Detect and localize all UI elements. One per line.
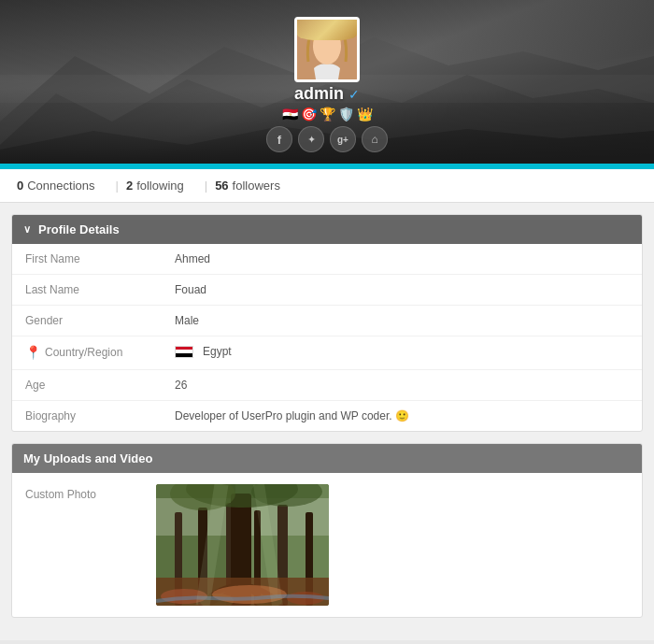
forest-photo-svg bbox=[156, 484, 329, 606]
google-plus-icon: g+ bbox=[337, 135, 348, 145]
svg-point-7 bbox=[314, 35, 340, 64]
last-name-value: Fouad bbox=[162, 275, 642, 306]
connections-label: Connections bbox=[27, 179, 94, 193]
profile-section-header[interactable]: ∨ Profile Details bbox=[12, 215, 642, 244]
facebook-icon: f bbox=[277, 133, 281, 147]
location-pin-icon: 📍 bbox=[25, 345, 41, 360]
following-label: following bbox=[136, 179, 184, 193]
username: admin bbox=[294, 84, 344, 104]
badge-shield: 🛡️ bbox=[338, 107, 354, 122]
table-row: Age 26 bbox=[12, 369, 642, 400]
biography-value: Developer of UserPro plugin and WP coder… bbox=[162, 400, 642, 431]
verified-icon: ✓ bbox=[348, 87, 360, 102]
following-stat[interactable]: 2 following bbox=[126, 179, 197, 193]
country-label: 📍 Country/Region bbox=[12, 336, 162, 368]
avatar-image bbox=[297, 20, 357, 79]
google-plus-button[interactable]: g+ bbox=[330, 126, 356, 152]
table-row: Biography Developer of UserPro plugin an… bbox=[12, 400, 642, 431]
followers-stat[interactable]: 56 followers bbox=[215, 179, 293, 193]
table-row: 📍 Country/Region Egypt bbox=[12, 336, 642, 370]
table-row: Gender Male bbox=[12, 306, 642, 336]
followers-count: 56 bbox=[215, 179, 228, 193]
badge-target: 🎯 bbox=[301, 107, 317, 122]
uploads-section-title: My Uploads and Video bbox=[23, 451, 152, 465]
age-label: Age bbox=[12, 369, 162, 400]
facebook-button[interactable]: f bbox=[266, 126, 292, 152]
main-content: ∨ Profile Details First Name Ahmed Last … bbox=[0, 203, 654, 640]
table-row: First Name Ahmed bbox=[12, 244, 642, 275]
stats-bar: 0 Connections | 2 following | 56 followe… bbox=[0, 169, 654, 203]
uploads-section-header[interactable]: My Uploads and Video bbox=[12, 444, 642, 473]
svg-point-6 bbox=[310, 21, 344, 48]
badges-row: 🇪🇬 🎯 🏆 🛡️ 👑 bbox=[282, 107, 373, 122]
badge-flag: 🇪🇬 bbox=[282, 107, 298, 122]
egypt-flag bbox=[175, 346, 193, 358]
svg-point-8 bbox=[320, 45, 324, 49]
custom-photo-label: Custom Photo bbox=[25, 484, 137, 501]
first-name-value: Ahmed bbox=[162, 244, 642, 275]
stat-divider-1: | bbox=[108, 179, 126, 193]
followers-label: followers bbox=[233, 179, 280, 193]
twitter-button[interactable]: ✦ bbox=[298, 126, 324, 152]
uploads-content: Custom Photo bbox=[12, 473, 642, 617]
first-name-label: First Name bbox=[12, 244, 162, 275]
uploads-section: My Uploads and Video Custom Photo bbox=[11, 443, 643, 618]
gender-label: Gender bbox=[12, 306, 162, 336]
custom-photo-preview bbox=[156, 484, 329, 606]
age-value: 26 bbox=[162, 369, 642, 400]
table-row: Last Name Fouad bbox=[12, 275, 642, 306]
cover-section: admin ✓ 🇪🇬 🎯 🏆 🛡️ 👑 f ✦ g+ ⌂ bbox=[0, 0, 654, 164]
badge-trophy: 🏆 bbox=[320, 107, 335, 122]
biography-label: Biography bbox=[12, 400, 162, 431]
social-row: f ✦ g+ ⌂ bbox=[266, 126, 388, 152]
connections-count: 0 bbox=[17, 179, 23, 193]
twitter-icon: ✦ bbox=[307, 134, 316, 146]
profile-table: First Name Ahmed Last Name Fouad Gender … bbox=[12, 244, 642, 431]
chevron-down-icon: ∨ bbox=[23, 223, 31, 236]
avatar bbox=[294, 17, 360, 82]
stat-divider-2: | bbox=[197, 179, 215, 193]
gender-value: Male bbox=[162, 306, 642, 336]
following-count: 2 bbox=[126, 179, 133, 193]
home-button[interactable]: ⌂ bbox=[362, 126, 388, 152]
country-value: Egypt bbox=[162, 336, 642, 370]
profile-section: ∨ Profile Details First Name Ahmed Last … bbox=[11, 214, 643, 432]
last-name-label: Last Name bbox=[12, 275, 162, 306]
home-icon: ⌂ bbox=[371, 133, 377, 146]
connections-stat[interactable]: 0 Connections bbox=[17, 179, 108, 193]
profile-section-title: Profile Details bbox=[38, 222, 120, 236]
username-row: admin ✓ bbox=[294, 84, 360, 104]
svg-point-9 bbox=[330, 45, 334, 49]
badge-crown: 👑 bbox=[357, 107, 373, 122]
